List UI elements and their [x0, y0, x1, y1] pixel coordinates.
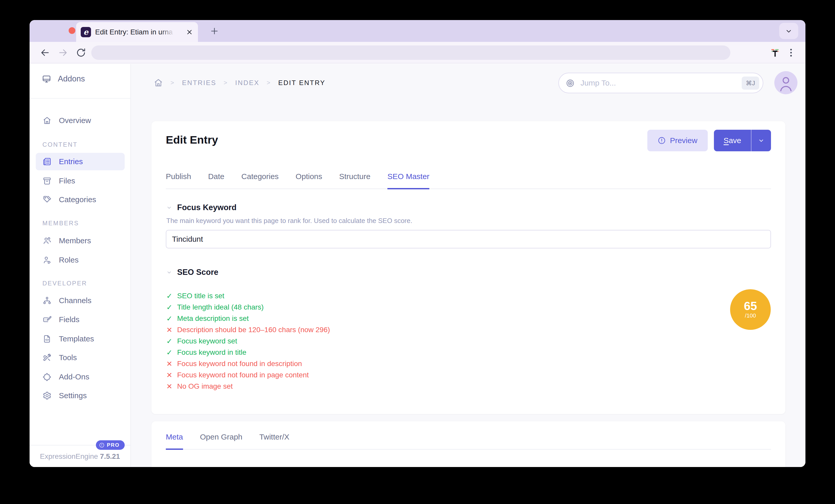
pro-badge[interactable]: PRO — [96, 440, 125, 450]
app-version: ExpressionEngine 7.5.21 — [29, 453, 130, 461]
sidebar-item-label: Fields — [59, 315, 79, 324]
entries-icon — [42, 157, 52, 166]
check-icon: ✓ — [166, 348, 174, 357]
collapse-caret-icon[interactable] — [166, 269, 172, 276]
home-icon — [42, 116, 52, 125]
cross-icon: ✕ — [166, 360, 174, 368]
browser-toolbar — [29, 42, 806, 63]
members-icon — [42, 236, 52, 245]
preview-button[interactable]: Preview — [647, 130, 708, 151]
new-tab-icon[interactable] — [209, 26, 219, 36]
sidebar-item-label: Settings — [59, 391, 87, 400]
address-bar[interactable] — [91, 45, 730, 60]
tab-categories[interactable]: Categories — [241, 165, 279, 189]
sidebar-item-fields[interactable]: Fields — [36, 311, 125, 328]
seo-check-item: ✕Description should be 120–160 chars (no… — [166, 324, 330, 335]
person-icon — [779, 75, 793, 94]
tab-title-fade — [161, 22, 180, 42]
sidebar-item-templates[interactable]: Templates — [36, 330, 125, 348]
sidebar-item-channels[interactable]: Channels — [36, 292, 125, 309]
sidebar-section-content: CONTENT — [42, 141, 78, 148]
save-options-button[interactable] — [751, 130, 771, 151]
tab-options[interactable]: Options — [296, 165, 322, 189]
breadcrumb-home-icon[interactable] — [154, 78, 163, 88]
save-label-rest: ave — [729, 136, 741, 145]
check-text: Title length ideal (48 chars) — [177, 303, 264, 311]
seo-check-item: ✓Focus keyword set — [166, 335, 330, 347]
seo-check-item: ✕Focus keyword not found in description — [166, 358, 330, 370]
seo-check-item: ✓SEO title is set — [166, 290, 330, 301]
pro-badge-label: PRO — [107, 442, 120, 448]
header-actions: Preview Save — [647, 130, 771, 151]
seo-check-item: ✓Title length ideal (48 chars) — [166, 301, 330, 313]
tab-open-graph[interactable]: Open Graph — [200, 426, 242, 450]
browser-tab[interactable]: e Edit Entry: Etiam in urna tinci — [76, 22, 198, 42]
sidebar-item-settings[interactable]: Settings — [36, 387, 125, 404]
cross-icon: ✕ — [166, 371, 174, 379]
sidebar-item-label: Categories — [59, 195, 96, 204]
breadcrumb-entries[interactable]: ENTRIES — [182, 79, 217, 87]
seo-check-item: ✕No OG image set — [166, 381, 330, 392]
focus-keyword-section-header[interactable]: Focus Keyword — [166, 203, 237, 212]
reload-icon[interactable] — [75, 47, 87, 58]
tab-twitter-x[interactable]: Twitter/X — [259, 426, 289, 450]
back-icon[interactable] — [39, 47, 50, 58]
jump-to-shortcut: ⌘J — [742, 77, 759, 90]
sidebar-item-label: Members — [59, 236, 91, 245]
sidebar-item-entries[interactable]: Entries — [36, 153, 125, 170]
check-icon: ✓ — [166, 292, 174, 300]
tab-publish[interactable]: Publish — [166, 165, 191, 189]
sidebar-item-label: Tools — [59, 353, 77, 362]
meta-tabs: Meta Open Graph Twitter/X — [166, 426, 771, 449]
seo-score-value: 65 — [744, 300, 757, 312]
app-viewport: Addons Overview CONTENT Entries Files Ca… — [29, 64, 806, 467]
text-extension-icon[interactable] — [770, 47, 781, 58]
template-code-icon — [42, 334, 52, 343]
avatar[interactable] — [774, 71, 797, 94]
tab-date[interactable]: Date — [208, 165, 224, 189]
puzzle-icon — [42, 372, 52, 381]
check-icon: ✓ — [166, 337, 174, 345]
expressionengine-favicon-icon: e — [81, 27, 91, 37]
tab-structure[interactable]: Structure — [339, 165, 370, 189]
tab-meta[interactable]: Meta — [166, 426, 183, 450]
traffic-light-close[interactable] — [69, 27, 75, 34]
check-icon: ✓ — [166, 314, 174, 323]
sidebar-item-categories[interactable]: Categories — [36, 191, 125, 208]
tab-seo-master[interactable]: SEO Master — [387, 165, 429, 189]
browser-menu-icon[interactable] — [786, 47, 797, 58]
sidebar-item-label: Overview — [59, 116, 91, 125]
tools-icon — [42, 353, 52, 362]
sidebar-item-label: Files — [59, 176, 75, 185]
check-text: Focus keyword not found in description — [177, 360, 302, 368]
chevron-down-icon — [785, 27, 793, 36]
tags-icon — [42, 195, 52, 204]
jump-to-input[interactable] — [581, 73, 725, 93]
sidebar-item-overview[interactable]: Overview — [36, 112, 125, 129]
gear-icon — [42, 391, 52, 400]
save-button[interactable]: Save — [714, 130, 751, 151]
breadcrumb-separator: > — [224, 79, 228, 86]
sitemap-icon — [42, 296, 52, 305]
sidebar: Addons Overview CONTENT Entries Files Ca… — [29, 64, 131, 467]
sidebar-item-addons[interactable]: Add-Ons — [36, 368, 125, 385]
sidebar-item-members[interactable]: Members — [36, 232, 125, 249]
sidebar-item-files[interactable]: Files — [36, 172, 125, 190]
chevron-down-icon — [757, 136, 765, 144]
seo-score-heading: SEO Score — [177, 268, 218, 277]
forward-icon[interactable] — [57, 47, 69, 58]
sidebar-item-roles[interactable]: Roles — [36, 251, 125, 269]
page-title: Edit Entry — [166, 133, 218, 146]
seo-score-section-header[interactable]: SEO Score — [166, 268, 218, 277]
sidebar-header[interactable]: Addons — [29, 64, 130, 99]
check-text: SEO title is set — [177, 292, 224, 300]
tab-close-icon[interactable] — [185, 28, 194, 37]
focus-keyword-input[interactable] — [166, 230, 771, 248]
collapse-caret-icon[interactable] — [166, 204, 172, 211]
sidebar-item-tools[interactable]: Tools — [36, 349, 125, 366]
sidebar-item-label: Roles — [59, 256, 79, 264]
tab-overview-button[interactable] — [779, 23, 798, 39]
breadcrumb-separator: > — [267, 79, 271, 86]
seo-check-item: ✓Focus keyword in title — [166, 347, 330, 358]
breadcrumb-index[interactable]: INDEX — [235, 79, 259, 87]
